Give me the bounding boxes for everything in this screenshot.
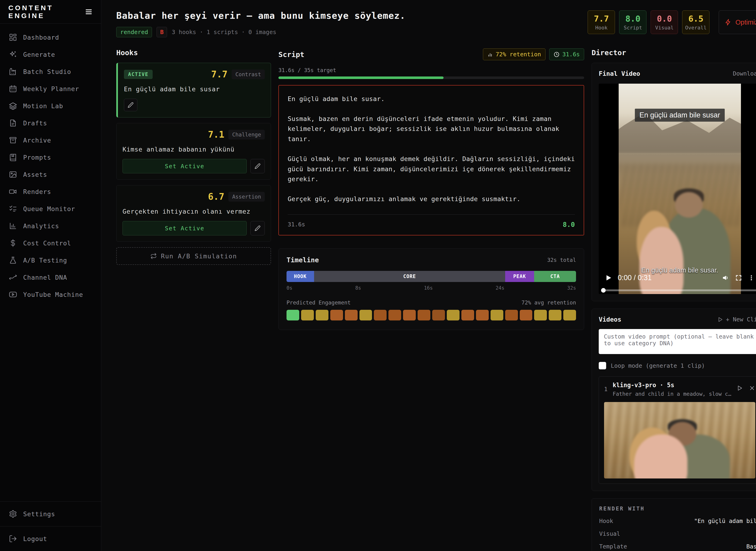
video-subtitle-bottom: En güçlü adam bile susar. [599,266,756,274]
sidebar-item-label: A/B Testing [23,257,67,264]
clip-play-icon[interactable] [736,385,743,391]
download-link[interactable]: Download [733,70,756,77]
new-clip-button[interactable]: + New Clip [717,316,756,323]
set-active-button[interactable]: Set Active [123,221,247,235]
script-score-label: Script [624,25,642,31]
hook-card-active[interactable]: ACTIVE 7.7 Contrast En güçlü adam bile s… [116,63,271,117]
optimize-button[interactable]: Optimize [719,10,756,34]
edit-hook-button[interactable] [124,99,137,111]
timeline-segment-cta[interactable]: CTA [534,271,576,282]
hooks-section: Hooks ACTIVE 7.7 Contrast En güçlü adam … [116,48,271,265]
hook-card-score: 7.1 [208,129,224,140]
sidebar-item-prompts[interactable]: Prompts [0,149,101,166]
hook-card[interactable]: 6.7 Assertion Gerçekten ihtiyacın olanı … [116,185,271,242]
sidebar-item-generate[interactable]: Generate [0,46,101,63]
edit-hook-button[interactable] [250,221,265,235]
sidebar-item-cost-control[interactable]: Cost Control [0,234,101,251]
overall-score-value: 6.5 [688,14,703,23]
sidebar-item-label: Archive [23,137,51,144]
avg-retention-label: 72% avg retention [522,300,576,306]
hook-type-chip: Contrast [232,69,265,79]
main-content: Babalar her şeyi verir — ama bunu kimsey… [101,0,756,551]
volume-icon[interactable] [722,274,729,282]
fullscreen-icon[interactable] [735,274,742,281]
player-controls: 0:00 / 0:31 [605,273,755,282]
sidebar-item-ab-testing[interactable]: A/B Testing [0,251,101,269]
final-video-title: Final Video [599,70,640,77]
render-with-panel: RENDER WITH Hook "En güçlü adam bil… Vis… [592,498,756,551]
player-seekbar[interactable] [602,290,756,291]
director-section: Director Final Video Download [592,48,756,551]
sidebar-item-youtube-machine[interactable]: YouTube Machine [0,286,101,303]
engagement-cell [301,310,314,321]
timeline-segment-hook[interactable]: HOOK [287,271,314,282]
set-active-button[interactable]: Set Active [123,159,247,173]
sidebar-item-channel-dna[interactable]: Channel DNA [0,269,101,286]
dollar-icon [9,239,17,247]
engagement-cell [491,310,503,321]
bar-chart-icon [9,222,17,230]
timeline-segment-core[interactable]: CORE [314,271,505,282]
sidebar-item-label: Cost Control [23,239,71,247]
engagement-cell [432,310,445,321]
visual-score-card: 0.0 Visual [651,10,678,34]
sidebar-item-queue-monitor[interactable]: Queue Monitor [0,200,101,217]
sidebar-item-dashboard[interactable]: Dashboard [0,29,101,46]
loop-mode-label: Loop mode (generate 1 clip) [611,363,705,369]
sidebar-item-label: Queue Monitor [23,205,75,212]
lightning-icon [725,19,732,26]
engagement-heatmap [287,310,576,321]
engagement-cell [330,310,343,321]
hook-score-value: 7.7 [594,14,609,23]
timeline-panel: Timeline 32s total HOOK CORE PEAK CTA 0s… [278,248,584,330]
loop-mode-checkbox[interactable] [599,362,606,369]
sidebar-item-renders[interactable]: Renders [0,183,101,200]
script-paragraph: Gerçek güç, duygularımızı anlamak ve ger… [288,194,575,204]
play-icon[interactable] [605,274,612,281]
sidebar-item-weekly-planner[interactable]: Weekly Planner [0,80,101,97]
sidebar-item-label: Generate [23,51,55,58]
engagement-cell [520,310,532,321]
video-player[interactable]: En güçlü adam bile susar En güçlü adam b… [599,84,756,294]
sidebar-item-label: Drafts [23,119,47,127]
hook-card-score: 7.7 [211,69,227,79]
hook-card[interactable]: 7.1 Challenge Kimse anlamaz babanın yükü… [116,123,271,179]
hamburger-menu-icon[interactable] [85,8,93,16]
script-editor[interactable]: En güçlü adam bile susar. Susmak, bazen … [278,85,584,235]
sidebar-item-archive[interactable]: Archive [0,132,101,149]
sidebar-item-label: Prompts [23,154,51,161]
sidebar-item-drafts[interactable]: Drafts [0,114,101,132]
flask-icon [9,256,17,264]
engagement-cell [505,310,518,321]
more-options-icon[interactable] [748,274,755,281]
render-with-heading: RENDER WITH [599,506,756,512]
video-prompt-input[interactable] [599,329,756,354]
sidebar-item-motion-lab[interactable]: Motion Lab [0,97,101,114]
timeline-segment-peak[interactable]: PEAK [505,271,534,282]
sidebar-item-logout[interactable]: Logout [0,526,101,551]
timeline-heading: Timeline [287,256,319,264]
run-ab-simulation-button[interactable]: Run A/B Simulation [116,247,271,265]
sidebar-item-assets[interactable]: Assets [0,166,101,183]
sidebar-item-batch-studio[interactable]: Batch Studio [0,63,101,80]
clip-remove-icon[interactable] [749,385,755,391]
page-header: Babalar her şeyi verir — ama bunu kimsey… [116,10,756,37]
sidebar-item-label: Settings [23,510,55,518]
sidebar-item-settings[interactable]: Settings [0,502,101,526]
edit-hook-button[interactable] [250,159,265,173]
engagement-cell [563,310,576,321]
timeline-bar[interactable]: HOOK CORE PEAK CTA [287,271,576,282]
logout-icon [9,535,17,543]
active-badge: ACTIVE [124,70,153,79]
video-camera-icon [9,187,17,196]
sidebar-item-analytics[interactable]: Analytics [0,217,101,234]
engagement-cell [461,310,474,321]
list-checks-icon [9,204,17,213]
clip-thumbnail[interactable] [604,402,755,479]
book-icon [9,153,17,161]
engagement-cell [549,310,561,321]
script-duration: 31.6s [288,221,305,228]
hook-score-card: 7.7 Hook [588,10,615,34]
visual-score-label: Visual [655,25,674,31]
player-seek-handle[interactable] [601,288,606,293]
